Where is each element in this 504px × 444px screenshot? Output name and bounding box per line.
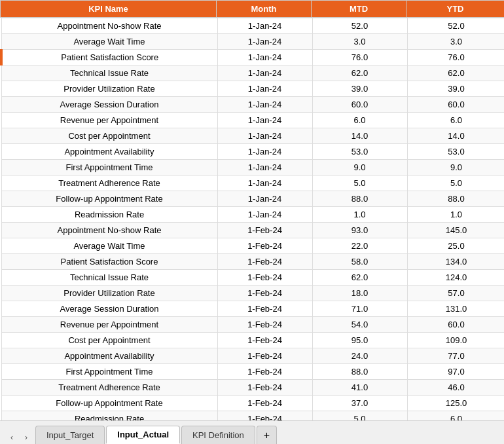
cell-ytd: 57.0 xyxy=(407,286,504,301)
header-month: Month xyxy=(217,1,312,18)
table-row: Appointment Availability1-Feb-2424.077.0 xyxy=(1,348,504,364)
cell-ytd: 97.0 xyxy=(407,364,504,380)
cell-mtd: 6.0 xyxy=(312,113,407,128)
tab-input-target[interactable]: Input_Target xyxy=(35,426,105,444)
cell-month: 1-Jan-24 xyxy=(217,144,312,160)
table-row: Revenue per Appointment1-Jan-246.06.0 xyxy=(1,113,504,128)
nav-arrows: ‹ › xyxy=(3,431,35,444)
nav-prev-button[interactable]: ‹ xyxy=(5,431,18,444)
table-row: Provider Utilization Rate1-Feb-2418.057.… xyxy=(1,286,504,301)
cell-mtd: 88.0 xyxy=(312,364,407,380)
cell-mtd: 1.0 xyxy=(312,207,407,223)
tab-add-button[interactable]: + xyxy=(257,426,277,444)
cell-kpi: Readmission Rate xyxy=(1,411,217,421)
cell-kpi: Appointment Availability xyxy=(1,144,217,160)
header-kpi: KPI Name xyxy=(1,1,217,18)
cell-kpi: First Appointment Time xyxy=(1,364,217,380)
cell-mtd: 88.0 xyxy=(312,191,407,207)
cell-ytd: 5.0 xyxy=(407,176,504,191)
cell-kpi: Appointment No-show Rate xyxy=(1,223,217,238)
cell-mtd: 14.0 xyxy=(312,128,407,144)
cell-ytd: 60.0 xyxy=(407,97,504,113)
cell-month: 1-Feb-24 xyxy=(217,317,312,333)
cell-month: 1-Jan-24 xyxy=(217,50,312,65)
table-row: First Appointment Time1-Jan-249.09.0 xyxy=(1,160,504,176)
cell-ytd: 88.0 xyxy=(407,191,504,207)
cell-mtd: 58.0 xyxy=(312,254,407,270)
table-rows: Appointment No-show Rate1-Jan-2452.052.0… xyxy=(1,18,504,421)
cell-ytd: 46.0 xyxy=(407,380,504,396)
cell-kpi: Revenue per Appointment xyxy=(1,113,217,128)
cell-month: 1-Feb-24 xyxy=(217,333,312,348)
cell-ytd: 76.0 xyxy=(407,50,504,65)
cell-month: 1-Jan-24 xyxy=(217,207,312,223)
cell-mtd: 18.0 xyxy=(312,286,407,301)
cell-ytd: 52.0 xyxy=(407,18,504,34)
cell-ytd: 39.0 xyxy=(407,81,504,97)
cell-month: 1-Jan-24 xyxy=(217,18,312,34)
cell-month: 1-Feb-24 xyxy=(217,270,312,286)
cell-ytd: 125.0 xyxy=(407,396,504,411)
table-row: First Appointment Time1-Feb-2488.097.0 xyxy=(1,364,504,380)
data-table: KPI Name Month MTD YTD xyxy=(0,0,504,18)
cell-mtd: 62.0 xyxy=(312,65,407,81)
tab-kpi-definition[interactable]: KPI Definition xyxy=(181,426,255,444)
table-row: Follow-up Appointment Rate1-Jan-2488.088… xyxy=(1,191,504,207)
table-row: Patient Satisfaction Score1-Feb-2458.013… xyxy=(1,254,504,270)
cell-ytd: 3.0 xyxy=(407,34,504,50)
table-row: Cost per Appointment1-Jan-2414.014.0 xyxy=(1,128,504,144)
table-row: Appointment No-show Rate1-Feb-2493.0145.… xyxy=(1,223,504,238)
cell-kpi: First Appointment Time xyxy=(1,160,217,176)
table-header: KPI Name Month MTD YTD xyxy=(1,1,505,18)
table-row: Technical Issue Rate1-Feb-2462.0124.0 xyxy=(1,270,504,286)
cell-kpi: Average Session Duration xyxy=(1,97,217,113)
cell-ytd: 62.0 xyxy=(407,65,504,81)
cell-mtd: 54.0 xyxy=(312,317,407,333)
cell-mtd: 3.0 xyxy=(312,34,407,50)
cell-kpi: Revenue per Appointment xyxy=(1,317,217,333)
cell-mtd: 5.0 xyxy=(312,411,407,421)
cell-kpi: Average Session Duration xyxy=(1,301,217,317)
table-scroll-body[interactable]: Appointment No-show Rate1-Jan-2452.052.0… xyxy=(0,18,504,420)
cell-ytd: 6.0 xyxy=(407,113,504,128)
cell-month: 1-Jan-24 xyxy=(217,81,312,97)
table-row: Technical Issue Rate1-Jan-2462.062.0 xyxy=(1,65,504,81)
cell-kpi: Patient Satisfaction Score xyxy=(1,254,217,270)
nav-next-button[interactable]: › xyxy=(20,431,33,444)
cell-kpi: Follow-up Appointment Rate xyxy=(1,191,217,207)
tab-input-actual[interactable]: Input_Actual xyxy=(106,426,180,444)
cell-ytd: 124.0 xyxy=(407,270,504,286)
cell-ytd: 145.0 xyxy=(407,223,504,238)
cell-kpi: Appointment Availability xyxy=(1,348,217,364)
table-row: Average Session Duration1-Feb-2471.0131.… xyxy=(1,301,504,317)
tab-bar: ‹ › Input_TargetInput_ActualKPI Definiti… xyxy=(0,420,504,444)
cell-ytd: 1.0 xyxy=(407,207,504,223)
table-row: Revenue per Appointment1-Feb-2454.060.0 xyxy=(1,317,504,333)
cell-ytd: 53.0 xyxy=(407,144,504,160)
cell-ytd: 77.0 xyxy=(407,348,504,364)
cell-mtd: 60.0 xyxy=(312,97,407,113)
cell-month: 1-Jan-24 xyxy=(217,191,312,207)
cell-month: 1-Feb-24 xyxy=(217,286,312,301)
cell-kpi: Readmission Rate xyxy=(1,207,217,223)
cell-kpi: Average Wait Time xyxy=(1,238,217,254)
cell-kpi: Technical Issue Rate xyxy=(1,270,217,286)
cell-month: 1-Jan-24 xyxy=(217,128,312,144)
cell-month: 1-Feb-24 xyxy=(217,223,312,238)
data-table-body: Appointment No-show Rate1-Jan-2452.052.0… xyxy=(0,18,504,420)
cell-mtd: 52.0 xyxy=(312,18,407,34)
cell-kpi: Appointment No-show Rate xyxy=(1,18,217,34)
table-row: Appointment No-show Rate1-Jan-2452.052.0 xyxy=(1,18,504,34)
table-row: Average Wait Time1-Jan-243.03.0 xyxy=(1,34,504,50)
cell-ytd: 60.0 xyxy=(407,317,504,333)
cell-month: 1-Jan-24 xyxy=(217,34,312,50)
cell-month: 1-Jan-24 xyxy=(217,97,312,113)
cell-mtd: 76.0 xyxy=(312,50,407,65)
cell-kpi: Treatment Adherence Rate xyxy=(1,176,217,191)
cell-month: 1-Jan-24 xyxy=(217,113,312,128)
cell-mtd: 71.0 xyxy=(312,301,407,317)
cell-month: 1-Jan-24 xyxy=(217,176,312,191)
cell-kpi: Average Wait Time xyxy=(1,34,217,50)
table-row: Average Session Duration1-Jan-2460.060.0 xyxy=(1,97,504,113)
table-row: Follow-up Appointment Rate1-Feb-2437.012… xyxy=(1,396,504,411)
